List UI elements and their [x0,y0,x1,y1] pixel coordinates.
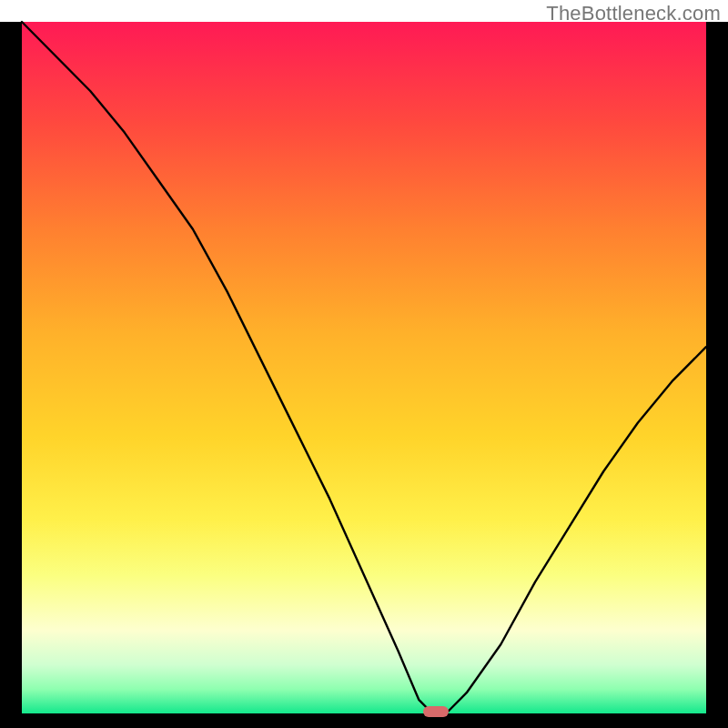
bottleneck-chart [0,0,728,728]
watermark-text: TheBottleneck.com [546,2,721,25]
optimal-marker [423,706,449,717]
plot-area [22,22,706,713]
chart-container: TheBottleneck.com [0,0,728,728]
